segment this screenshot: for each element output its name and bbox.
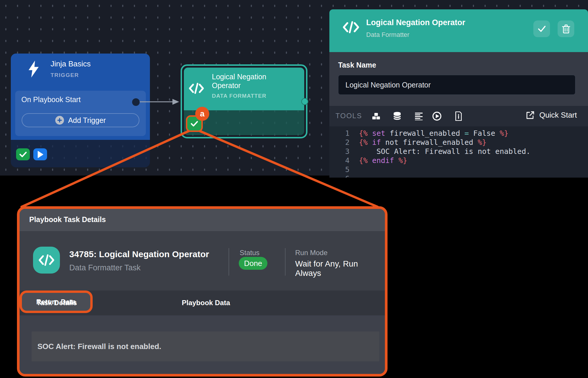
trigger-event-card[interactable]: On Playbook Start Add Trigger [15, 91, 146, 136]
details-tabs-bar: Task Details Return Data b Playbook Data [20, 291, 385, 315]
task-node-title: Logical Negation Operator [212, 72, 291, 90]
status-label: Status [240, 249, 260, 257]
trigger-node-type: TRIGGER [51, 72, 91, 78]
task-config-panel: Logical Negation Operator Data Formatter [329, 9, 588, 178]
tools-bar: TOOLS [329, 106, 588, 126]
trash-icon [562, 24, 570, 34]
trigger-node-title: Jinja Basics [51, 59, 91, 68]
check-icon [19, 151, 27, 158]
tab-playbook-data[interactable]: Playbook Data [182, 299, 230, 307]
return-data-output-text: SOC Alert: Firewall is not enabled. [37, 342, 161, 351]
confirm-task-button[interactable] [533, 20, 550, 37]
annotation-b-badge: b [155, 375, 170, 377]
task-node-top: Logical Negation Operator DATA FORMATTER [184, 68, 304, 110]
return-data-output-box[interactable]: SOC Alert: Firewall is not enabled. [32, 331, 379, 361]
code-editor[interactable]: 1{% set firewall_enabled = False %}2{% i… [329, 126, 588, 178]
details-task-subtitle: Data Formatter Task [69, 263, 141, 272]
quick-start-label: Quick Start [539, 111, 577, 120]
document-info-icon[interactable] [453, 111, 464, 121]
task-node-type: DATA FORMATTER [212, 93, 291, 99]
add-trigger-button[interactable]: Add Trigger [22, 113, 139, 127]
play-circle-icon[interactable] [432, 111, 442, 121]
details-panel-header: Playbook Task Details [20, 209, 385, 231]
trigger-event-label: On Playbook Start [21, 95, 81, 104]
status-badge: Done [239, 257, 267, 270]
add-trigger-label: Add Trigger [68, 116, 106, 125]
plus-icon [55, 116, 64, 125]
trigger-node-body: Jinja Basics TRIGGER On Playbook Start [11, 54, 150, 140]
database-icon[interactable] [392, 111, 402, 121]
config-panel-header: Logical Negation Operator Data Formatter [329, 9, 588, 52]
task-output-connector[interactable] [301, 98, 308, 105]
trigger-node[interactable]: Jinja Basics TRIGGER On Playbook Start [11, 54, 150, 167]
run-mode-value: Wait for Any, Run Always [295, 259, 385, 278]
config-panel-title: Logical Negation Operator [366, 18, 465, 27]
lightning-bolt-icon [25, 59, 42, 78]
trigger-node-footer [11, 140, 150, 167]
quick-start-button[interactable]: Quick Start [526, 111, 577, 120]
playbook-task-details-panel: Playbook Task Details 34785: Logical Neg… [17, 206, 388, 377]
play-icon [37, 151, 43, 158]
trigger-output-connector[interactable] [132, 98, 140, 106]
code-icon [33, 247, 60, 274]
node-run-button[interactable] [33, 148, 47, 160]
details-panel-title: Playbook Task Details [29, 215, 106, 224]
task-name-label: Task Name [338, 61, 376, 69]
trigger-node-header: Jinja Basics TRIGGER [25, 59, 91, 78]
task-name-input[interactable] [338, 75, 575, 95]
check-icon [537, 25, 546, 33]
node-enable-button[interactable] [16, 148, 30, 160]
run-mode-label: Run Mode [295, 249, 328, 257]
align-left-icon[interactable] [414, 111, 424, 121]
code-lines: 1{% set firewall_enabled = False %}2{% i… [329, 129, 588, 178]
config-panel-subtitle: Data Formatter [366, 31, 409, 39]
delete-task-button[interactable] [558, 20, 574, 37]
tools-label: TOOLS [335, 112, 362, 120]
tab-task-details[interactable]: Task Details [37, 299, 77, 307]
code-icon [188, 82, 204, 94]
check-icon [190, 120, 198, 127]
task-name-section: Task Name [329, 52, 588, 106]
code-icon [343, 20, 359, 34]
divider [229, 248, 229, 276]
launch-icon [526, 111, 535, 120]
divider [285, 248, 286, 276]
blocks-icon[interactable] [371, 111, 381, 121]
app-stage: Jinja Basics TRIGGER On Playbook Start [0, 0, 588, 378]
return-data-content: SOC Alert: Firewall is not enabled. [20, 315, 385, 374]
annotation-a-badge: a [195, 107, 209, 121]
details-task-title: 34785: Logical Negation Operator [69, 249, 209, 259]
